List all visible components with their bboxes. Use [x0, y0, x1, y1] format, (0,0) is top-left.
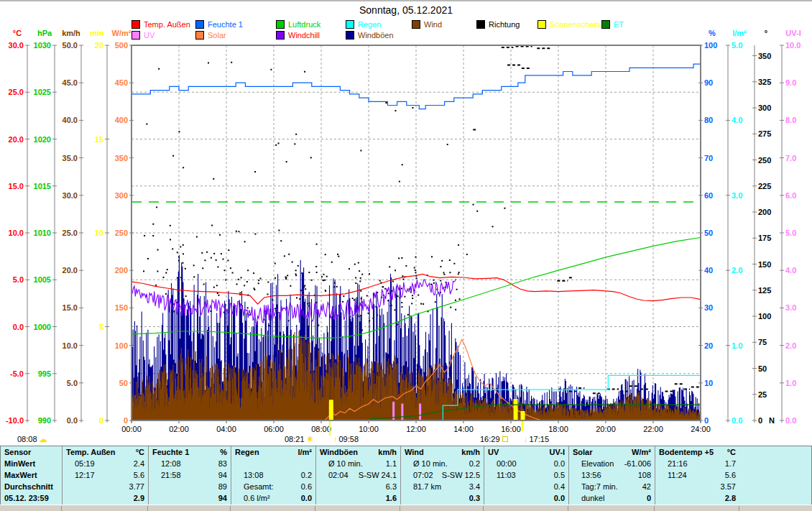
svg-text:5.0: 5.0 [13, 275, 24, 284]
statusbar-separator [568, 506, 568, 511]
svg-text:50.0: 50.0 [63, 41, 78, 50]
cell-value: 94 [218, 469, 227, 481]
cell-time [66, 481, 75, 492]
svg-text:25.0: 25.0 [63, 229, 78, 237]
marker-time: 08:08 [17, 435, 37, 443]
svg-text:0.0: 0.0 [732, 416, 742, 425]
svg-text:3.0: 3.0 [732, 191, 742, 200]
table-column-bodentemp-5: Bodentemp +5°C21:161.711:245.63.572.8 [655, 446, 739, 505]
cell-time: Tag:7 min. [573, 481, 618, 492]
column-header: Windkm/h [401, 446, 484, 458]
svg-text:50: 50 [119, 379, 128, 387]
svg-text:00:00: 00:00 [121, 425, 142, 433]
arrow-up-icon: ↑ [333, 435, 338, 443]
svg-text:450: 450 [115, 78, 128, 87]
svg-text:250: 250 [115, 229, 128, 237]
svg-text:0.0: 0.0 [67, 416, 78, 425]
column-header: Temp. Außen°C [63, 446, 148, 458]
table-row-labels: SensorMinWertMaxWertDurchschnitt05.12. 2… [1, 446, 62, 505]
svg-text:2.0: 2.0 [785, 341, 796, 350]
table-cell-row: Ø 10 min.1.1 [316, 458, 400, 469]
cell-value: 83 [218, 458, 227, 469]
cell-value: 2.9 [134, 492, 144, 504]
cell-time [66, 492, 75, 504]
table-column-feuchte-1: Feuchte 1%12:088321:58948994 [148, 446, 231, 505]
table-cell-row: 2.8 [655, 492, 739, 504]
cell-value: 0.4 [554, 481, 565, 492]
table-cell-row: 13:080.2 [231, 469, 315, 481]
cell-time: Ø 10 min. [405, 458, 448, 469]
svg-text:min: min [90, 29, 104, 37]
table-cell-row: 0.6 l/m²0.0 [231, 492, 315, 504]
cell-time: Gesamt: [235, 481, 274, 492]
svg-text:24:00: 24:00 [691, 425, 711, 433]
svg-text:75: 75 [758, 338, 767, 346]
cell-value: 0.5 [554, 469, 565, 481]
cell-value: -61.006 [624, 458, 651, 469]
svg-text:350: 350 [115, 154, 128, 162]
svg-text:4.0: 4.0 [785, 266, 796, 275]
svg-text:300: 300 [758, 103, 771, 112]
svg-text:125: 125 [758, 286, 771, 295]
cell-value: 1.7 [725, 458, 736, 469]
time-marker-0821: 08:21☀ [285, 435, 313, 444]
table-cell-row: 89 [149, 481, 231, 492]
svg-text:-10.0: -10.0 [6, 416, 24, 425]
cell-time [488, 481, 497, 492]
svg-text:1000: 1000 [34, 323, 51, 331]
sensor-unit: l/m² [297, 446, 312, 458]
cell-time: 81.7 km [405, 481, 441, 492]
svg-text:30: 30 [704, 303, 713, 312]
table-cell-row: 12:175.6 [63, 469, 148, 481]
cell-value: 89 [218, 481, 227, 492]
svg-text:8.0: 8.0 [785, 116, 796, 124]
svg-text:40: 40 [704, 266, 713, 275]
table-cell-row: 94 [149, 492, 231, 504]
cell-time [488, 492, 497, 504]
cell-value: 5.6 [134, 469, 144, 481]
svg-text:990: 990 [38, 416, 51, 425]
svg-text:30.0: 30.0 [9, 41, 24, 50]
statusbar-separator [147, 506, 148, 511]
svg-text:UV-I: UV-I [785, 29, 801, 37]
sensor-unit: % [220, 446, 227, 458]
table-column-uv: UVUV-I00:000.011:030.50.40.0 [484, 446, 568, 505]
svg-text:04:00: 04:00 [216, 425, 236, 433]
column-header: SolarW/m² [569, 446, 655, 458]
svg-text:325: 325 [758, 78, 771, 86]
svg-text:150: 150 [758, 260, 771, 269]
cell-value: 3.77 [129, 481, 144, 492]
cell-value: 94 [218, 492, 227, 504]
table-cell-row: 05:192.4 [63, 458, 148, 469]
table-cell-row: 3.57 [655, 481, 739, 492]
svg-text:10: 10 [95, 229, 103, 237]
svg-text:100: 100 [758, 312, 771, 321]
svg-text:16:00: 16:00 [501, 425, 521, 433]
cell-time [320, 492, 328, 504]
svg-text:0: 0 [758, 416, 762, 425]
svg-text:hPa: hPa [37, 29, 52, 37]
cell-value: 1.1 [386, 458, 397, 469]
svg-text:10:00: 10:00 [359, 425, 379, 433]
svg-text:400: 400 [115, 116, 128, 124]
svg-text:2.0: 2.0 [732, 266, 742, 275]
cell-value: 6.3 [386, 481, 397, 492]
svg-text:1020: 1020 [34, 135, 51, 144]
svg-text:25.0: 25.0 [9, 88, 24, 96]
svg-text:08:00: 08:00 [311, 425, 331, 433]
statusbar-separator [315, 506, 315, 511]
svg-text:7.0: 7.0 [785, 154, 796, 162]
cell-value: 108 [638, 469, 651, 481]
cell-time [152, 492, 161, 504]
cell-time: Elevation [573, 458, 614, 469]
svg-text:70: 70 [704, 154, 713, 162]
svg-text:300: 300 [115, 191, 128, 200]
cell-time: 21:16 [659, 458, 688, 469]
table-cell-row: 0.4 [484, 481, 568, 492]
table-cell-row: 21:5894 [149, 469, 231, 481]
cell-value: 0.2 [301, 469, 312, 481]
sensor-unit: °C [727, 446, 736, 458]
cell-value: 0.3 [469, 492, 480, 504]
svg-text:1.0: 1.0 [732, 341, 742, 350]
cell-time: 00:00 [488, 458, 517, 469]
